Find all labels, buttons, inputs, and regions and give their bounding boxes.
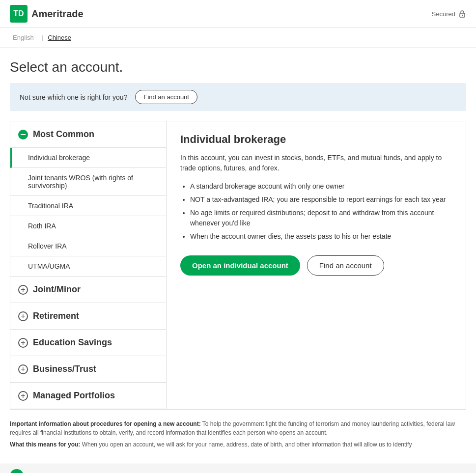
open-individual-account-button[interactable]: Open an individual account [180,255,300,276]
secured-label: Secured [432,10,455,18]
collapse-icon [18,130,28,139]
bullet-1: A standard brokerage account with only o… [190,181,452,192]
phone-icon [10,469,24,473]
banner-text: Not sure which one is right for you? [20,93,127,101]
expand-icon-retirement: + [18,311,28,321]
header: TD Ameritrade Secured [0,0,476,28]
category-label-retirement: Retirement [33,311,79,321]
bullet-2: NOT a tax-advantaged IRA; you are respon… [190,195,452,205]
sidebar-item-individual-brokerage[interactable]: Individual brokerage [10,148,166,168]
action-buttons: Open an individual account Find an accou… [180,255,452,276]
category-label-managed-portfolios: Managed Portfolios [33,390,115,401]
svg-point-1 [462,15,463,16]
expand-icon-business-trust: + [18,364,28,374]
account-description: In this account, you can invest in stock… [180,153,452,173]
important-label: Important information about procedures f… [10,420,201,427]
banner: Not sure which one is right for you? Fin… [10,83,466,111]
expand-icon-managed-portfolios: + [18,391,28,401]
category-label-most-common: Most Common [33,129,94,139]
sidebar-category-business-trust[interactable]: + Business/Trust [10,356,166,383]
sidebar-category-retirement[interactable]: + Retirement [10,303,166,330]
language-bar: English | Chinese [0,28,476,48]
footer-info: Important information about procedures f… [0,410,476,449]
important-info: Important information about procedures f… [10,419,466,437]
sidebar-item-joint-tenants[interactable]: Joint tenants WROS (with rights of survi… [10,168,166,196]
page-title: Select an account. [0,48,476,83]
lock-icon [458,10,466,18]
find-account-button[interactable]: Find an account [307,255,384,276]
means-info: What this means for you: When you open a… [10,440,466,449]
bullet-3: No age limits or required distributions;… [190,208,452,228]
banner-find-account-button[interactable]: Find an account [135,90,197,104]
secured-area: Secured [432,10,466,18]
sidebar: Most Common Individual brokerage Joint t… [10,121,166,410]
bottom-bar: 800-454-9272 [0,464,476,473]
chinese-lang[interactable]: Chinese [48,34,71,41]
sidebar-category-managed-portfolios[interactable]: + Managed Portfolios [10,383,166,409]
category-label-joint-minor: Joint/Minor [33,284,81,295]
category-label-education-savings: Education Savings [33,337,112,348]
main-content: Most Common Individual brokerage Joint t… [10,121,466,410]
means-text: When you open an account, we will ask fo… [82,441,412,448]
account-bullets: A standard brokerage account with only o… [180,181,452,242]
sidebar-item-traditional-ira[interactable]: Traditional IRA [10,196,166,216]
means-label: What this means for you: [10,441,80,448]
sidebar-category-education-savings[interactable]: + Education Savings [10,330,166,356]
expand-icon-education-savings: + [18,338,28,348]
brand-name: Ameritrade [31,8,84,20]
sidebar-item-utma-ugma[interactable]: UTMA/UGMA [10,256,166,277]
category-label-business-trust: Business/Trust [33,364,96,374]
account-title: Individual brokerage [180,133,452,146]
sidebar-category-most-common[interactable]: Most Common [10,121,166,148]
sidebar-category-joint-minor[interactable]: + Joint/Minor [10,277,166,303]
detail-panel: Individual brokerage In this account, yo… [166,121,466,410]
lang-separator: | [41,34,43,41]
english-lang[interactable]: English [13,34,34,41]
expand-icon-joint-minor: + [18,285,28,295]
logo-area: TD Ameritrade [10,5,84,23]
td-logo: TD [10,5,28,23]
sidebar-item-rollover-ira[interactable]: Rollover IRA [10,236,166,256]
bullet-4: When the account owner dies, the assets … [190,231,452,242]
sidebar-item-roth-ira[interactable]: Roth IRA [10,216,166,236]
